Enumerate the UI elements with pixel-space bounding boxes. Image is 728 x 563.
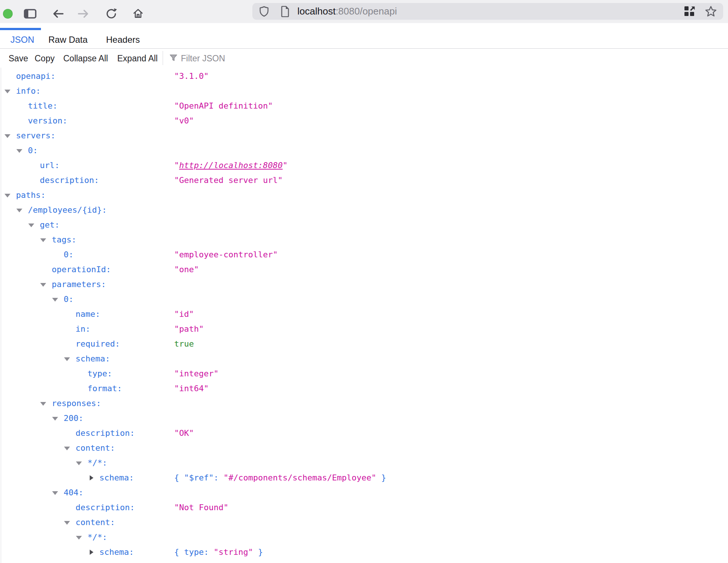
json-row[interactable]: schema:{ type: "string" } [0,545,728,560]
collapse-arrow-icon[interactable] [16,209,22,212]
collapse-arrow-icon[interactable] [76,536,82,540]
json-row[interactable]: 404: [0,485,728,500]
json-key: schema: [99,545,134,560]
json-row[interactable]: description:"Generated server url" [0,173,728,188]
json-row[interactable]: title:"OpenAPI definition" [0,99,728,113]
collapse-arrow-icon[interactable] [40,238,46,242]
json-row[interactable]: description:"OK" [0,426,728,441]
shield-icon[interactable] [259,6,269,17]
json-key: */*: [87,456,107,470]
json-row[interactable]: tags: [0,232,728,247]
collapse-arrow-icon[interactable] [40,402,46,406]
tab-headers[interactable]: Headers [106,35,140,45]
json-row[interactable]: 200: [0,411,728,426]
json-key: content: [76,441,115,456]
sidebar-toggle-icon[interactable] [24,9,36,19]
json-key: in: [76,322,90,337]
json-row[interactable]: operationId:"one" [0,262,728,277]
forward-icon[interactable] [77,9,90,19]
screenshot-extension-icon[interactable] [684,6,695,17]
preview-string: "#/components/schemas/Employee" [223,473,376,482]
json-row[interactable]: get: [0,218,728,232]
url-text[interactable]: localhost:8080/openapi [297,3,397,20]
preview-key: "$ref" [184,473,214,482]
json-value: { type: "string" } [174,545,263,560]
json-row[interactable]: name:"id" [0,307,728,322]
json-row[interactable]: openapi:"3.1.0" [0,69,728,84]
json-row[interactable]: required:true [0,337,728,351]
json-value: "Generated server url" [174,173,282,188]
home-icon[interactable] [133,8,143,19]
string-value: "employee-controller" [174,250,278,259]
collapse-arrow-icon[interactable] [16,149,22,153]
json-row[interactable]: parameters: [0,277,728,292]
collapse-arrow-icon[interactable] [52,417,58,421]
json-key: description: [76,426,135,441]
json-row[interactable]: 0:"employee-controller" [0,247,728,262]
collapse-arrow-icon[interactable] [52,298,58,302]
bookmark-star-icon[interactable] [705,6,717,17]
json-row[interactable]: format:"int64" [0,381,728,396]
string-value: "integer" [174,369,218,378]
filter-json-input[interactable] [180,52,338,65]
string-value: "Not Found" [174,503,229,512]
json-row[interactable]: content: [0,441,728,456]
toolbar-divider [163,51,163,65]
copy-button[interactable]: Copy [35,54,55,64]
json-key: schema: [99,470,134,485]
tab-raw-data[interactable]: Raw Data [48,35,87,45]
tab-json[interactable]: JSON [10,35,34,45]
json-value: "int64" [174,381,209,396]
collapse-arrow-icon[interactable] [64,521,70,525]
json-key: description: [40,173,99,188]
json-key: type: [87,366,112,381]
collapse-arrow-icon[interactable] [4,194,10,197]
collapse-arrow-icon[interactable] [28,223,34,227]
json-row[interactable]: version:"v0" [0,113,728,128]
traffic-light-green[interactable] [3,9,13,19]
json-row[interactable]: 0: [0,143,728,158]
json-key: schema: [76,351,110,366]
collapse-arrow-icon[interactable] [64,357,70,361]
collapse-arrow-icon[interactable] [64,447,70,450]
url-bar[interactable]: localhost:8080/openapi [252,3,723,20]
expand-arrow-icon[interactable] [90,550,93,555]
collapse-arrow-icon[interactable] [76,461,82,465]
json-row[interactable]: in:"path" [0,322,728,337]
json-row[interactable]: type:"integer" [0,366,728,381]
json-row[interactable]: description:"Not Found" [0,500,728,515]
preview-punc: { [174,547,184,557]
expand-all-button[interactable]: Expand All [117,54,158,64]
json-tree: openapi:"3.1.0"info:title:"OpenAPI defin… [0,68,728,563]
json-row[interactable]: schema: [0,351,728,366]
json-key: 404: [64,485,83,500]
save-button[interactable]: Save [9,54,28,64]
collapse-arrow-icon[interactable] [4,90,10,93]
json-value: "integer" [174,366,218,381]
json-value: "Not Found" [174,500,229,515]
json-row[interactable]: schema:{ "$ref": "#/components/schemas/E… [0,470,728,485]
json-row[interactable]: /employees/{id}: [0,203,728,218]
json-row[interactable]: url:"http://localhost:8080" [0,158,728,173]
json-row[interactable]: */*: [0,456,728,470]
json-row[interactable]: 0: [0,292,728,307]
json-row[interactable]: servers: [0,128,728,143]
reload-icon[interactable] [106,8,117,19]
quote: " [282,161,287,170]
json-key: tags: [52,232,76,247]
json-row[interactable]: info: [0,84,728,99]
collapse-arrow-icon[interactable] [52,491,58,495]
collapse-all-button[interactable]: Collapse All [63,54,108,64]
page-icon[interactable] [281,6,290,17]
url-link-value[interactable]: http://localhost:8080 [179,161,282,170]
url-host: localhost [297,6,336,17]
collapse-arrow-icon[interactable] [4,134,10,138]
collapse-arrow-icon[interactable] [40,283,46,287]
json-row[interactable]: paths: [0,188,728,203]
json-row[interactable]: */*: [0,530,728,545]
json-key: content: [76,515,115,530]
json-row[interactable]: content: [0,515,728,530]
json-row[interactable]: responses: [0,396,728,411]
back-icon[interactable] [51,9,64,19]
expand-arrow-icon[interactable] [90,475,93,480]
